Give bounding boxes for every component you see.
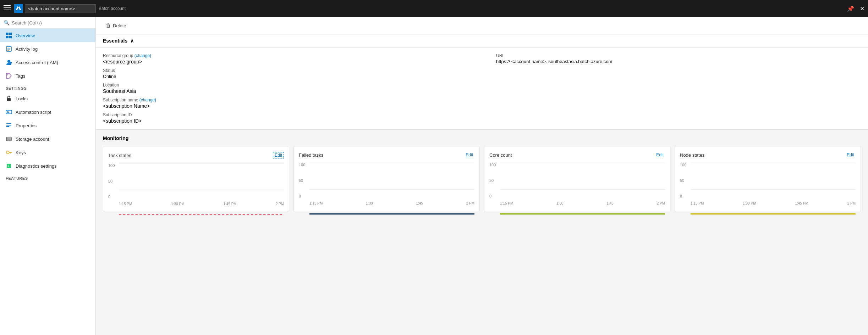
subscription-id-field: Subscription ID <subscription ID> (103, 112, 482, 124)
essentials-section: Essentials ∧ Resource group (change) <re… (96, 34, 868, 130)
search-icon: 🔍 (4, 20, 10, 26)
sidebar-item-keys[interactable]: Keys (0, 146, 95, 159)
sidebar-item-overview[interactable]: Overview (0, 29, 95, 42)
node-states-title: Node states (680, 152, 704, 158)
monitoring-section: Monitoring Task states Edit 100 50 0 (96, 130, 868, 335)
failed-tasks-header: Failed tasks Edit (299, 152, 474, 158)
essentials-right: URL https:// <account-name>. southeastas… (482, 53, 861, 124)
settings-section-label: SETTINGS (0, 83, 95, 92)
sidebar-search-container: 🔍 (0, 17, 95, 29)
svg-rect-10 (7, 48, 10, 49)
azure-logo (14, 4, 23, 13)
properties-icon (6, 122, 12, 129)
delete-icon: 🗑 (106, 23, 111, 28)
sidebar-item-tags[interactable]: Tags (0, 69, 95, 83)
svg-text:+: + (7, 164, 9, 168)
close-icon[interactable]: ✕ (860, 5, 864, 12)
svg-rect-8 (9, 36, 12, 38)
task-states-y-labels: 100 50 0 (108, 163, 119, 199)
url-value: https:// <account-name>. southeastasia.b… (496, 59, 861, 64)
core-count-svg (500, 163, 665, 216)
delete-button[interactable]: 🗑 Delete (103, 21, 129, 30)
monitoring-title: Monitoring (103, 135, 861, 141)
failed-tasks-title: Failed tasks (299, 152, 323, 158)
svg-rect-17 (7, 98, 11, 101)
sidebar-item-activity-label: Activity log (16, 46, 38, 52)
sidebar-item-automation[interactable]: Automation script (0, 105, 95, 119)
url-field: URL https:// <account-name>. southeastas… (496, 53, 861, 64)
essentials-left: Resource group (change) <resource group>… (103, 53, 482, 124)
resource-group-value: <resource group> (103, 59, 482, 65)
task-states-x-labels: 1:15 PM 1:30 PM 1:45 PM 2 PM (119, 202, 284, 206)
sidebar: 🔍 Overview Activity log + Access control… (0, 17, 96, 335)
node-states-x-labels: 1:15 PM 1:30 PM 1:45 PM 2 PM (691, 201, 856, 205)
storage-icon (6, 136, 12, 142)
top-bar-actions: 📌 ✕ (847, 5, 864, 12)
core-count-edit-button[interactable]: Edit (655, 152, 665, 158)
subscription-name-change-link[interactable]: (change) (139, 97, 156, 102)
sidebar-item-storage-account[interactable]: Storage account (0, 132, 95, 146)
automation-icon (6, 109, 12, 115)
pin-icon[interactable]: 📌 (847, 5, 854, 12)
location-field: Location Southeast Asia (103, 83, 482, 94)
delete-label: Delete (113, 23, 126, 28)
svg-rect-6 (9, 33, 12, 35)
essentials-header[interactable]: Essentials ∧ (96, 34, 868, 48)
batch-account-name-input[interactable]: <batch account name> (25, 4, 96, 13)
status-label: Status (103, 68, 482, 73)
node-states-chart: 100 50 0 1:15 PM 1:30 PM (680, 163, 856, 205)
sidebar-item-iam[interactable]: + Access control (IAM) (0, 56, 95, 69)
search-input[interactable] (12, 20, 92, 26)
sidebar-item-diagnostics[interactable]: + Diagnostics settings (0, 159, 95, 173)
failed-tasks-card: Failed tasks Edit 100 50 0 (293, 147, 480, 211)
sidebar-item-tags-label: Tags (16, 73, 25, 79)
resource-group-field: Resource group (change) <resource group> (103, 53, 482, 65)
y-label-50: 50 (108, 179, 119, 183)
failed-tasks-svg (309, 163, 474, 216)
task-states-chart: 100 50 0 1:15 PM 1:30 PM (108, 163, 284, 206)
svg-rect-12 (7, 50, 9, 51)
node-states-y-labels: 100 50 0 (680, 163, 691, 198)
failed-tasks-chart: 100 50 0 1:15 PM 1:30 (299, 163, 474, 205)
y-label-0: 0 (108, 195, 119, 199)
resource-group-change-link[interactable]: (change) (134, 53, 151, 58)
essentials-title: Essentials (103, 38, 127, 44)
svg-rect-2 (4, 10, 11, 10)
sidebar-item-diagnostics-label: Diagnostics settings (16, 163, 57, 169)
sidebar-item-locks[interactable]: Locks (0, 92, 95, 105)
top-bar: <batch account name> Batch account 📌 ✕ (0, 0, 868, 17)
activity-log-icon (6, 46, 12, 52)
core-count-y-labels: 100 50 0 (489, 163, 500, 198)
svg-point-27 (6, 151, 9, 154)
svg-rect-24 (6, 137, 11, 141)
subscription-id-label: Subscription ID (103, 112, 482, 117)
keys-icon (6, 149, 12, 156)
svg-marker-4 (18, 6, 21, 10)
core-count-chart: 100 50 0 1:15 PM 1:30 (489, 163, 665, 205)
failed-tasks-edit-button[interactable]: Edit (464, 152, 474, 158)
subscription-name-value: <subscription Name> (103, 103, 482, 109)
task-states-edit-button[interactable]: Edit (273, 152, 284, 158)
sidebar-item-activity-log[interactable]: Activity log (0, 42, 95, 56)
sidebar-item-properties[interactable]: Properties (0, 119, 95, 132)
core-count-x-labels: 1:15 PM 1:30 1:45 2 PM (500, 201, 665, 205)
node-states-edit-button[interactable]: Edit (845, 152, 856, 158)
task-states-header: Task states Edit (108, 152, 284, 158)
batch-account-subtitle: Batch account (99, 6, 126, 11)
y-label-100: 100 (108, 163, 119, 168)
location-value: Southeast Asia (103, 88, 482, 94)
sidebar-item-iam-label: Access control (IAM) (16, 60, 58, 65)
svg-rect-11 (7, 49, 10, 50)
sidebar-item-overview-label: Overview (16, 33, 35, 38)
node-states-header: Node states Edit (680, 152, 856, 158)
iam-icon: + (6, 59, 12, 66)
subscription-name-label: Subscription name (change) (103, 97, 482, 102)
hamburger-menu[interactable] (4, 4, 11, 13)
features-section-label: FEATURES (0, 173, 95, 182)
svg-rect-7 (6, 36, 9, 38)
essentials-content: Resource group (change) <resource group>… (96, 48, 868, 129)
sidebar-item-properties-label: Properties (16, 123, 37, 128)
task-states-card: Task states Edit 100 50 0 (103, 147, 289, 211)
svg-rect-5 (6, 33, 9, 35)
core-count-title: Core count (489, 152, 512, 158)
